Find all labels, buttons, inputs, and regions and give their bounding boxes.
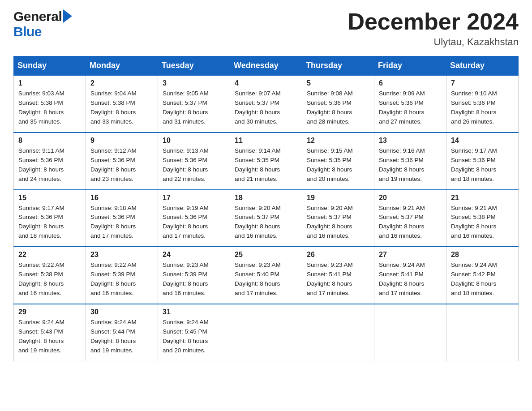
day-number: 6 xyxy=(379,79,442,87)
week-row-5: 29Sunrise: 9:24 AMSunset: 5:43 PMDayligh… xyxy=(14,304,519,361)
page-header: General Blue December 2024 Ulytau, Kazak… xyxy=(13,9,519,48)
calendar-cell: 20Sunrise: 9:21 AMSunset: 5:37 PMDayligh… xyxy=(374,190,446,247)
day-info: Sunrise: 9:23 AMSunset: 5:41 PMDaylight:… xyxy=(307,261,369,298)
calendar-cell: 31Sunrise: 9:24 AMSunset: 5:45 PMDayligh… xyxy=(158,304,230,361)
day-info: Sunrise: 9:10 AMSunset: 5:36 PMDaylight:… xyxy=(451,89,514,127)
day-info: Sunrise: 9:17 AMSunset: 5:36 PMDaylight:… xyxy=(451,146,514,184)
day-number: 4 xyxy=(235,79,297,87)
calendar-cell: 29Sunrise: 9:24 AMSunset: 5:43 PMDayligh… xyxy=(14,304,86,361)
day-number: 31 xyxy=(163,308,225,316)
day-number: 19 xyxy=(307,194,369,202)
day-number: 18 xyxy=(235,194,297,202)
week-row-4: 22Sunrise: 9:22 AMSunset: 5:38 PMDayligh… xyxy=(14,247,519,304)
day-number: 17 xyxy=(163,194,225,202)
day-number: 26 xyxy=(307,251,369,259)
day-info: Sunrise: 9:21 AMSunset: 5:38 PMDaylight:… xyxy=(451,204,514,241)
day-info: Sunrise: 9:16 AMSunset: 5:36 PMDaylight:… xyxy=(379,146,442,184)
day-number: 20 xyxy=(379,194,442,202)
week-row-1: 1Sunrise: 9:03 AMSunset: 5:38 PMDaylight… xyxy=(14,75,519,133)
calendar-cell: 13Sunrise: 9:16 AMSunset: 5:36 PMDayligh… xyxy=(374,133,446,190)
day-number: 22 xyxy=(18,251,81,259)
day-number: 12 xyxy=(307,137,369,145)
day-number: 27 xyxy=(379,251,442,259)
day-info: Sunrise: 9:07 AMSunset: 5:37 PMDaylight:… xyxy=(235,89,297,127)
days-header-row: SundayMondayTuesdayWednesdayThursdayFrid… xyxy=(14,56,519,76)
day-info: Sunrise: 9:17 AMSunset: 5:36 PMDaylight:… xyxy=(18,204,81,241)
day-info: Sunrise: 9:19 AMSunset: 5:36 PMDaylight:… xyxy=(163,204,225,241)
calendar-cell: 4Sunrise: 9:07 AMSunset: 5:37 PMDaylight… xyxy=(230,75,302,133)
calendar-cell: 28Sunrise: 9:24 AMSunset: 5:42 PMDayligh… xyxy=(446,247,519,304)
day-number: 28 xyxy=(451,251,514,259)
title-block: December 2024 Ulytau, Kazakhstan xyxy=(348,9,519,48)
day-info: Sunrise: 9:13 AMSunset: 5:36 PMDaylight:… xyxy=(163,146,225,184)
day-number: 10 xyxy=(163,137,225,145)
day-number: 30 xyxy=(90,308,153,316)
logo-triangle-icon xyxy=(63,9,72,23)
day-info: Sunrise: 9:23 AMSunset: 5:40 PMDaylight:… xyxy=(235,261,297,298)
calendar-cell: 8Sunrise: 9:11 AMSunset: 5:36 PMDaylight… xyxy=(14,133,86,190)
day-number: 16 xyxy=(90,194,153,202)
day-info: Sunrise: 9:14 AMSunset: 5:35 PMDaylight:… xyxy=(235,146,297,184)
header-thursday: Thursday xyxy=(302,56,374,76)
day-number: 23 xyxy=(90,251,153,259)
day-number: 8 xyxy=(18,137,81,145)
header-monday: Monday xyxy=(86,56,158,76)
day-number: 5 xyxy=(307,79,369,87)
day-number: 13 xyxy=(379,137,442,145)
calendar-cell: 17Sunrise: 9:19 AMSunset: 5:36 PMDayligh… xyxy=(158,190,230,247)
logo: General Blue xyxy=(13,9,72,39)
calendar-cell xyxy=(446,304,519,361)
calendar-cell: 1Sunrise: 9:03 AMSunset: 5:38 PMDaylight… xyxy=(14,75,86,133)
header-sunday: Sunday xyxy=(14,56,86,76)
day-number: 1 xyxy=(18,79,81,87)
header-saturday: Saturday xyxy=(446,56,519,76)
day-info: Sunrise: 9:24 AMSunset: 5:44 PMDaylight:… xyxy=(90,318,153,355)
calendar-cell: 2Sunrise: 9:04 AMSunset: 5:38 PMDaylight… xyxy=(86,75,158,133)
calendar-cell: 3Sunrise: 9:05 AMSunset: 5:37 PMDaylight… xyxy=(158,75,230,133)
header-friday: Friday xyxy=(374,56,446,76)
calendar-cell: 11Sunrise: 9:14 AMSunset: 5:35 PMDayligh… xyxy=(230,133,302,190)
calendar-cell: 18Sunrise: 9:20 AMSunset: 5:37 PMDayligh… xyxy=(230,190,302,247)
day-info: Sunrise: 9:24 AMSunset: 5:42 PMDaylight:… xyxy=(451,261,514,298)
location: Ulytau, Kazakhstan xyxy=(348,36,519,48)
day-info: Sunrise: 9:24 AMSunset: 5:43 PMDaylight:… xyxy=(18,318,81,355)
day-number: 21 xyxy=(451,194,514,202)
day-info: Sunrise: 9:11 AMSunset: 5:36 PMDaylight:… xyxy=(18,146,81,184)
day-number: 11 xyxy=(235,137,297,145)
day-number: 14 xyxy=(451,137,514,145)
calendar-cell xyxy=(302,304,374,361)
calendar-cell: 26Sunrise: 9:23 AMSunset: 5:41 PMDayligh… xyxy=(302,247,374,304)
calendar-cell: 22Sunrise: 9:22 AMSunset: 5:38 PMDayligh… xyxy=(14,247,86,304)
day-info: Sunrise: 9:12 AMSunset: 5:36 PMDaylight:… xyxy=(90,146,153,184)
day-info: Sunrise: 9:20 AMSunset: 5:37 PMDaylight:… xyxy=(307,204,369,241)
day-number: 24 xyxy=(163,251,225,259)
day-info: Sunrise: 9:21 AMSunset: 5:37 PMDaylight:… xyxy=(379,204,442,241)
calendar-cell: 21Sunrise: 9:21 AMSunset: 5:38 PMDayligh… xyxy=(446,190,519,247)
calendar-cell: 24Sunrise: 9:23 AMSunset: 5:39 PMDayligh… xyxy=(158,247,230,304)
calendar-cell xyxy=(374,304,446,361)
day-info: Sunrise: 9:09 AMSunset: 5:36 PMDaylight:… xyxy=(379,89,442,127)
calendar-cell: 14Sunrise: 9:17 AMSunset: 5:36 PMDayligh… xyxy=(446,133,519,190)
day-info: Sunrise: 9:15 AMSunset: 5:35 PMDaylight:… xyxy=(307,146,369,184)
calendar-cell: 15Sunrise: 9:17 AMSunset: 5:36 PMDayligh… xyxy=(14,190,86,247)
day-info: Sunrise: 9:24 AMSunset: 5:41 PMDaylight:… xyxy=(379,261,442,298)
month-title: December 2024 xyxy=(348,9,519,34)
day-number: 3 xyxy=(163,79,225,87)
week-row-2: 8Sunrise: 9:11 AMSunset: 5:36 PMDaylight… xyxy=(14,133,519,190)
day-number: 7 xyxy=(451,79,514,87)
day-info: Sunrise: 9:03 AMSunset: 5:38 PMDaylight:… xyxy=(18,89,81,127)
day-number: 15 xyxy=(18,194,81,202)
calendar-cell xyxy=(230,304,302,361)
calendar-cell: 10Sunrise: 9:13 AMSunset: 5:36 PMDayligh… xyxy=(158,133,230,190)
calendar-cell: 19Sunrise: 9:20 AMSunset: 5:37 PMDayligh… xyxy=(302,190,374,247)
day-info: Sunrise: 9:04 AMSunset: 5:38 PMDaylight:… xyxy=(90,89,153,127)
header-wednesday: Wednesday xyxy=(230,56,302,76)
day-info: Sunrise: 9:22 AMSunset: 5:38 PMDaylight:… xyxy=(18,261,81,298)
calendar-table: SundayMondayTuesdayWednesdayThursdayFrid… xyxy=(13,56,519,361)
day-info: Sunrise: 9:24 AMSunset: 5:45 PMDaylight:… xyxy=(163,318,225,355)
calendar-cell: 27Sunrise: 9:24 AMSunset: 5:41 PMDayligh… xyxy=(374,247,446,304)
calendar-cell: 30Sunrise: 9:24 AMSunset: 5:44 PMDayligh… xyxy=(86,304,158,361)
day-info: Sunrise: 9:23 AMSunset: 5:39 PMDaylight:… xyxy=(163,261,225,298)
calendar-cell: 7Sunrise: 9:10 AMSunset: 5:36 PMDaylight… xyxy=(446,75,519,133)
day-info: Sunrise: 9:22 AMSunset: 5:39 PMDaylight:… xyxy=(90,261,153,298)
